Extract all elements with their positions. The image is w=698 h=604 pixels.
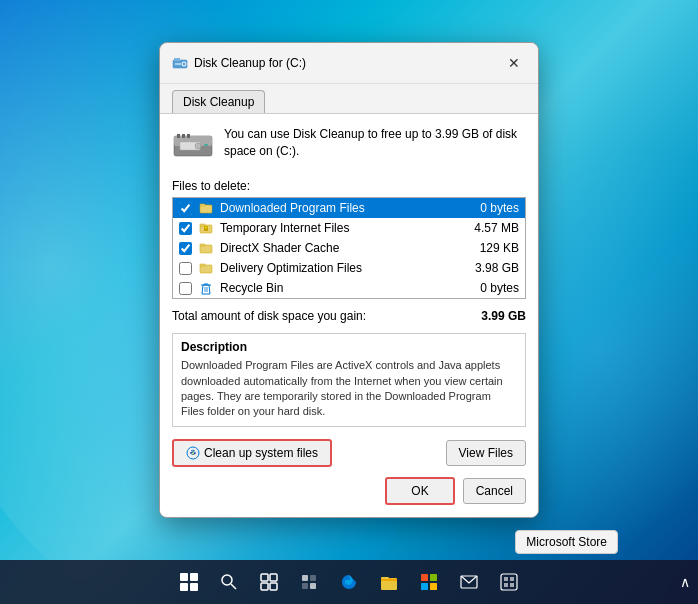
svg-rect-46 [504, 577, 508, 581]
checkbox-recycle[interactable] [179, 282, 192, 295]
svg-rect-45 [501, 574, 517, 590]
search-button[interactable] [211, 564, 247, 600]
svg-rect-19 [200, 244, 205, 246]
svg-rect-41 [430, 574, 437, 581]
file-size-downloaded: 0 bytes [464, 201, 519, 215]
directx-icon [198, 241, 214, 255]
svg-rect-49 [510, 583, 514, 587]
svg-rect-30 [261, 574, 268, 581]
svg-rect-37 [310, 583, 316, 589]
task-view-button[interactable] [251, 564, 287, 600]
file-name-downloaded: Downloaded Program Files [220, 201, 458, 215]
task-view-icon [260, 573, 278, 591]
svg-point-28 [222, 575, 232, 585]
file-explorer-icon [380, 573, 398, 591]
dialog-tabs: Disk Cleanup [160, 84, 538, 114]
checkbox-directx[interactable] [179, 242, 192, 255]
svg-rect-34 [302, 575, 308, 581]
program-files-icon [198, 201, 214, 215]
dialog-icon [172, 55, 188, 71]
taskbar: ∧ [0, 560, 698, 604]
checkbox-delivery[interactable] [179, 262, 192, 275]
svg-rect-48 [504, 583, 508, 587]
mail-icon [460, 573, 478, 591]
taskbar-right: ∧ [680, 574, 690, 590]
delivery-icon [198, 261, 214, 275]
ok-button[interactable]: OK [385, 477, 454, 505]
svg-rect-21 [200, 264, 205, 266]
svg-rect-15 [200, 224, 205, 226]
svg-line-29 [231, 584, 236, 589]
search-icon [220, 573, 238, 591]
svg-rect-13 [200, 204, 205, 206]
disk-cleanup-tab[interactable]: Disk Cleanup [172, 90, 265, 113]
dialog-content: You can use Disk Cleanup to free up to 3… [160, 114, 538, 517]
disk-info-section: You can use Disk Cleanup to free up to 3… [172, 126, 526, 167]
desktop: Disk Cleanup for (C:) ✕ Disk Cleanup [0, 0, 698, 604]
description-title: Description [181, 340, 517, 354]
description-box: Description Downloaded Program Files are… [172, 333, 526, 427]
widgets-button[interactable] [291, 564, 327, 600]
file-name-recycle: Recycle Bin [220, 281, 458, 295]
file-size-recycle: 0 bytes [464, 281, 519, 295]
file-row-temp-internet[interactable]: Temporary Internet Files 4.57 MB [173, 218, 525, 238]
temp-internet-icon [198, 221, 214, 235]
ms-store-tooltip: Microsoft Store [515, 530, 618, 554]
svg-rect-42 [421, 583, 428, 590]
checkbox-downloaded[interactable] [179, 202, 192, 215]
svg-rect-43 [430, 583, 437, 590]
action-buttons-row: Clean up system files View Files [172, 439, 526, 467]
windows-logo-icon [180, 573, 198, 591]
widgets-icon [300, 573, 318, 591]
ok-cancel-row: OK Cancel [172, 477, 526, 505]
cleanup-system-button[interactable]: Clean up system files [172, 439, 332, 467]
cancel-button[interactable]: Cancel [463, 478, 526, 504]
svg-rect-1 [174, 58, 180, 61]
svg-rect-7 [182, 134, 185, 138]
disk-drive-icon [172, 128, 214, 167]
title-bar-left: Disk Cleanup for (C:) [172, 55, 306, 71]
svg-rect-11 [204, 144, 208, 146]
svg-point-17 [205, 227, 207, 229]
file-row-downloaded[interactable]: Downloaded Program Files 0 bytes [173, 198, 525, 218]
view-files-button[interactable]: View Files [446, 440, 526, 466]
file-name-directx: DirectX Shader Cache [220, 241, 458, 255]
edge-button[interactable] [331, 564, 367, 600]
disk-description-text: You can use Disk Cleanup to free up to 3… [224, 126, 526, 160]
chevron-icon[interactable]: ∧ [680, 574, 690, 590]
file-row-delivery[interactable]: Delivery Optimization Files 3.98 GB [173, 258, 525, 278]
file-row-directx[interactable]: DirectX Shader Cache 129 KB [173, 238, 525, 258]
svg-rect-31 [270, 574, 277, 581]
mail-button[interactable] [451, 564, 487, 600]
svg-rect-33 [270, 583, 277, 590]
file-size-temp-internet: 4.57 MB [464, 221, 519, 235]
file-name-temp-internet: Temporary Internet Files [220, 221, 458, 235]
dialog-title: Disk Cleanup for (C:) [194, 56, 306, 70]
checkbox-temp-internet[interactable] [179, 222, 192, 235]
total-label: Total amount of disk space you gain: [172, 309, 366, 323]
svg-rect-36 [302, 583, 308, 589]
app-icon [500, 573, 518, 591]
svg-rect-8 [187, 134, 190, 138]
file-size-delivery: 3.98 GB [464, 261, 519, 275]
ms-store-icon [420, 573, 438, 591]
file-size-directx: 129 KB [464, 241, 519, 255]
start-button[interactable] [171, 564, 207, 600]
total-value: 3.99 GB [481, 309, 526, 323]
files-list: Downloaded Program Files 0 bytes [172, 197, 526, 299]
svg-rect-32 [261, 583, 268, 590]
dialog-overlay: Disk Cleanup for (C:) ✕ Disk Cleanup [0, 0, 698, 560]
svg-rect-47 [510, 577, 514, 581]
file-name-delivery: Delivery Optimization Files [220, 261, 458, 275]
file-row-recycle[interactable]: Recycle Bin 0 bytes [173, 278, 525, 298]
file-explorer-button[interactable] [371, 564, 407, 600]
disk-cleanup-dialog: Disk Cleanup for (C:) ✕ Disk Cleanup [159, 42, 539, 518]
app-button[interactable] [491, 564, 527, 600]
cleanup-button-label: Clean up system files [204, 446, 318, 460]
svg-rect-35 [310, 575, 316, 581]
edge-icon [340, 573, 358, 591]
close-button[interactable]: ✕ [502, 51, 526, 75]
total-row: Total amount of disk space you gain: 3.9… [172, 309, 526, 323]
ms-store-taskbar-button[interactable] [411, 564, 447, 600]
svg-point-10 [195, 143, 201, 149]
